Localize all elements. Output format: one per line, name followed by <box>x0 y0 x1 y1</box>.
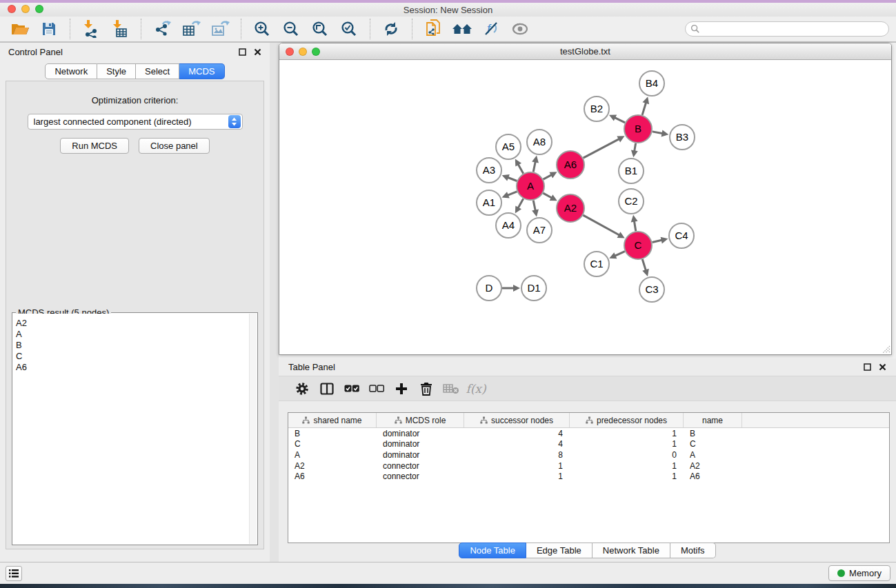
export-table-button[interactable] <box>179 19 203 39</box>
edge-A-A3[interactable] <box>507 177 517 181</box>
zoom-fit-button[interactable] <box>308 19 332 39</box>
minimize-window-button[interactable] <box>21 5 30 13</box>
network-close-button[interactable] <box>286 48 294 56</box>
delete-columns-button[interactable] <box>414 379 439 398</box>
edge-A-A6[interactable] <box>544 174 552 179</box>
graph-node-B1[interactable]: B1 <box>619 159 644 183</box>
export-network-button[interactable] <box>150 19 175 39</box>
unselect-all-checkboxes-button[interactable] <box>364 379 389 398</box>
graph-node-C[interactable]: C <box>624 232 652 259</box>
delete-table-button[interactable] <box>439 379 464 398</box>
search-box[interactable] <box>685 21 889 37</box>
search-input[interactable] <box>700 23 888 35</box>
tab-mcds[interactable]: MCDS <box>179 63 224 79</box>
eye-button[interactable] <box>508 19 532 39</box>
table-row[interactable]: A2connector11A2 <box>288 460 889 472</box>
graph-node-A7[interactable]: A7 <box>527 218 552 243</box>
open-session-button[interactable] <box>8 19 32 39</box>
graph-node-A6[interactable]: A6 <box>557 151 584 179</box>
refresh-button[interactable] <box>379 19 404 39</box>
column-header-predecessor-nodes[interactable]: predecessor nodes <box>570 413 684 427</box>
result-item[interactable]: B <box>16 340 246 351</box>
close-panel-button[interactable]: Close panel <box>139 138 210 154</box>
zoom-in-button[interactable] <box>250 19 275 39</box>
tab-select[interactable]: Select <box>136 63 179 79</box>
edge-B-B4[interactable] <box>642 102 646 115</box>
import-table-button[interactable] <box>108 19 132 39</box>
run-mcds-button[interactable]: Run MCDS <box>60 138 129 154</box>
column-header-MCDS-role[interactable]: MCDS role <box>377 413 464 427</box>
edge-C-C4[interactable] <box>652 240 662 242</box>
node-table[interactable]: shared nameMCDS rolesuccessor nodesprede… <box>288 412 890 543</box>
network-view-window[interactable]: testGlobe.txt B4B2BB3A8A5A6B1A3AA1C2A2A4… <box>279 43 892 355</box>
import-network-button[interactable] <box>79 19 103 39</box>
graph-node-B4[interactable]: B4 <box>639 71 664 96</box>
show-panels-button[interactable] <box>6 566 22 581</box>
optimization-criterion-dropdown[interactable]: largest connected component (directed) <box>28 114 243 130</box>
edge-A-A8[interactable] <box>533 161 535 172</box>
edge-C-C2[interactable] <box>634 221 635 232</box>
export-image-button[interactable] <box>208 19 232 39</box>
tab-node-table[interactable]: Node Table <box>459 543 526 558</box>
tab-style[interactable]: Style <box>97 63 136 79</box>
edge-A-A4[interactable] <box>518 199 524 208</box>
column-header-name[interactable]: name <box>684 413 742 427</box>
graph-node-A3[interactable]: A3 <box>477 158 501 183</box>
graph-node-B3[interactable]: B3 <box>670 125 695 150</box>
edge-C-C3[interactable] <box>642 259 646 271</box>
result-item[interactable]: A <box>16 329 246 340</box>
close-panel-icon[interactable] <box>254 48 261 56</box>
graph-node-A5[interactable]: A5 <box>496 134 521 159</box>
zoom-window-button[interactable] <box>35 5 43 13</box>
graph-node-A2[interactable]: A2 <box>557 194 584 222</box>
edge-A-A7[interactable] <box>533 201 535 212</box>
graph-node-C1[interactable]: C1 <box>584 252 609 276</box>
tab-network[interactable]: Network <box>45 63 97 79</box>
result-item[interactable]: A2 <box>16 318 246 329</box>
graph-node-D1[interactable]: D1 <box>521 276 546 301</box>
result-scrollbar[interactable] <box>249 314 257 544</box>
graph-node-D[interactable]: D <box>477 276 501 301</box>
graph-node-A[interactable]: A <box>517 172 544 200</box>
edge-B-B3[interactable] <box>653 132 664 134</box>
select-all-checkboxes-button[interactable] <box>339 379 364 398</box>
graph-node-C4[interactable]: C4 <box>669 223 694 248</box>
window-titlebar[interactable]: Session: New Session <box>0 3 896 17</box>
graph-node-B[interactable]: B <box>624 115 652 143</box>
memory-button[interactable]: Memory <box>828 565 890 581</box>
zoom-out-button[interactable] <box>279 19 303 39</box>
table-row[interactable]: Cdominator41C <box>288 439 889 450</box>
zoom-selected-button[interactable] <box>337 19 361 39</box>
show-columns-button[interactable] <box>315 379 339 398</box>
edge-A2-C[interactable] <box>583 215 619 235</box>
clone-network-button[interactable] <box>421 19 446 39</box>
hide-flags-button[interactable]: f <box>479 19 504 39</box>
panel-splitter[interactable] <box>270 43 279 562</box>
graph-node-C2[interactable]: C2 <box>619 189 644 214</box>
column-header-shared-name[interactable]: shared name <box>288 413 377 427</box>
edge-B-B2[interactable] <box>614 117 625 123</box>
table-settings-button[interactable] <box>290 379 315 398</box>
mcds-result-list[interactable]: A2ABCA6 <box>13 314 249 544</box>
edge-C-C1[interactable] <box>615 252 625 256</box>
edge-A-A5[interactable] <box>518 163 524 173</box>
table-row[interactable]: Adominator80A <box>288 449 889 460</box>
close-window-button[interactable] <box>8 5 16 13</box>
table-row[interactable]: Bdominator41B <box>288 428 889 439</box>
network-canvas[interactable]: B4B2BB3A8A5A6B1A3AA1C2A2A4A7C4CC1C3DD1 <box>279 61 891 354</box>
graph-node-B2[interactable]: B2 <box>584 97 609 121</box>
column-header-successor-nodes[interactable]: successor nodes <box>464 413 570 427</box>
function-builder-button[interactable]: f(x) <box>464 379 488 398</box>
tab-motifs[interactable]: Motifs <box>670 543 716 558</box>
resize-grip-icon[interactable] <box>882 345 890 354</box>
tab-network-table[interactable]: Network Table <box>593 543 670 558</box>
edge-A6-B[interactable] <box>584 139 620 158</box>
home-button[interactable] <box>450 19 475 39</box>
graph-node-A1[interactable]: A1 <box>477 190 501 215</box>
float-table-panel-icon[interactable] <box>864 363 871 371</box>
edge-A-A2[interactable] <box>543 193 552 198</box>
result-item[interactable]: A6 <box>16 362 246 373</box>
save-session-button[interactable] <box>37 19 61 39</box>
graph-node-A8[interactable]: A8 <box>527 130 552 154</box>
table-row[interactable]: A6connector11A6 <box>288 471 889 482</box>
